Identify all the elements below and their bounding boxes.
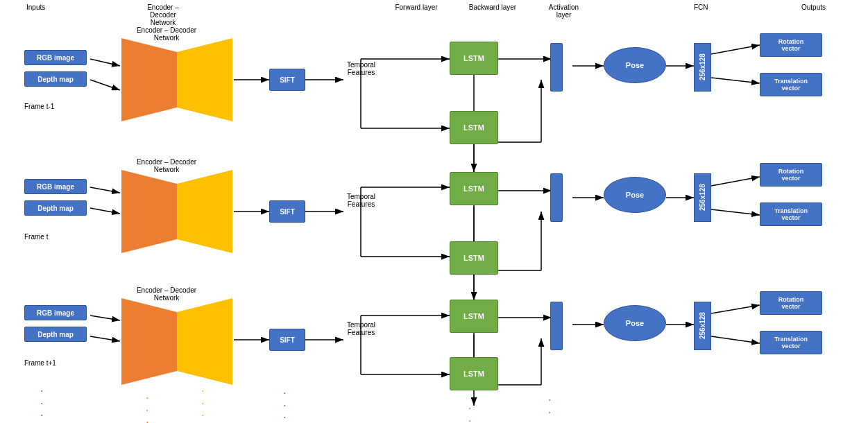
encoder-decoder-label-top: Encoder – DecoderNetwork [135,3,191,26]
translation-vector-r3: Translationvector [760,331,822,354]
svg-marker-7 [177,298,232,385]
rotation-vector-r1: Rotationvector [760,33,822,57]
svg-line-51 [711,305,760,313]
temporal-r3: TemporalFeatures [339,321,384,336]
translation-vector-r2: Translationvector [760,202,822,226]
svg-line-9 [90,80,120,90]
lstm-backward-r3: LSTM [450,357,498,390]
pose-r2: Pose [604,177,666,213]
frame-t1-label: Frame t-1 [24,103,54,110]
svg-line-37 [711,209,760,215]
lstm-forward-r3: LSTM [450,300,498,333]
rotation-vector-r2: Rotationvector [760,163,822,187]
activation-layer-label: Activationlayer [545,3,583,19]
lstm-forward-r2: LSTM [450,172,498,205]
pose-r3: Pose [604,305,666,341]
rgb-image-r1: RGB image [24,50,87,65]
dots-sift: ··· [283,387,286,423]
pose-r1: Pose [604,47,666,83]
activation-r2 [550,173,563,222]
temporal-r1: TemporalFeatures [339,61,384,76]
rgb-image-r2: RGB image [24,179,87,194]
rgb-image-r3: RGB image [24,305,87,320]
frame-t3-label: Frame t+1 [24,359,56,367]
svg-line-24 [90,208,120,214]
svg-line-21 [711,45,760,54]
svg-line-38 [90,316,120,320]
depth-map-r3: Depth map [24,327,87,342]
sift-r2: SIFT [269,200,305,223]
fcn-r3: 256x128 [694,302,711,350]
inputs-label: Inputs [26,3,45,11]
enc-dec-label-r3: Encoder – DecoderNetwork [132,286,201,302]
fcn-label: FCN [694,3,708,11]
translation-vector-r1: Translationvector [760,73,822,96]
backward-layer-label: Backward layer [468,3,517,11]
dots-lstm: ··· [468,402,471,423]
enc-dec-label-r2: Encoder – DecoderNetwork [132,158,201,173]
outputs-label: Outputs [801,3,826,11]
rotation-vector-r3: Rotationvector [760,291,822,315]
svg-line-36 [711,177,760,186]
forward-layer-label: Forward layer [392,3,441,11]
svg-marker-2 [121,38,177,121]
svg-marker-3 [177,38,232,121]
depth-map-r2: Depth map [24,200,87,216]
lstm-backward-r1: LSTM [450,111,498,144]
sift-r3: SIFT [269,329,305,351]
activation-r1 [550,43,563,92]
depth-map-r1: Depth map [24,71,87,87]
fcn-r1: 256x128 [694,43,711,92]
activation-r3 [550,302,563,350]
frame-t2-label: Frame t [24,233,48,241]
svg-marker-4 [121,170,177,253]
svg-line-52 [711,336,760,343]
svg-line-8 [90,59,120,66]
enc-dec-label-r1: Encoder – DecoderNetwork [132,26,201,42]
fcn-r2: 256x128 [694,173,711,222]
sift-r1: SIFT [269,69,305,91]
svg-line-23 [90,187,120,193]
temporal-r2: TemporalFeatures [339,193,384,208]
svg-line-22 [711,78,760,83]
dots-encoder-right: ··· [201,385,204,422]
lstm-backward-r2: LSTM [450,241,498,275]
dots-encoder-left: ··· [146,392,148,423]
lstm-forward-r1: LSTM [450,42,498,75]
svg-marker-6 [121,298,177,385]
svg-line-39 [90,336,120,341]
dots-activation: ··· [548,394,551,423]
dots-inputs: ··· [40,385,43,422]
svg-marker-5 [177,170,232,253]
